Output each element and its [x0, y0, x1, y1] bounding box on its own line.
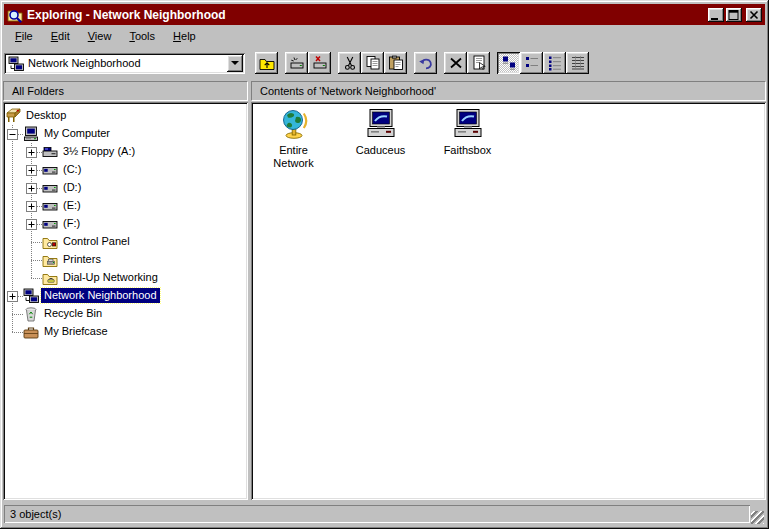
status-panel: 3 object(s): [4, 505, 750, 523]
menu-help[interactable]: Help: [164, 28, 205, 44]
briefcase-icon: [23, 324, 39, 340]
disconnect-network-drive-button[interactable]: [308, 52, 331, 74]
menu-view[interactable]: View: [79, 28, 121, 44]
toolbar-separator: [437, 52, 444, 74]
drive-icon: [42, 180, 58, 196]
tree-expander-expand-icon[interactable]: [26, 201, 37, 212]
properties-icon: [471, 55, 487, 71]
view-details-icon: [570, 55, 586, 71]
up-one-level-icon: [259, 55, 275, 71]
tree-item-network-neighborhood[interactable]: Network Neighborhood: [41, 288, 160, 303]
tree-item-control-panel[interactable]: Control Panel: [60, 234, 133, 249]
tree-connector-line: [31, 278, 42, 279]
view-large-icons-button[interactable]: [497, 52, 520, 74]
entire-network-icon: [278, 108, 310, 140]
content-pane-header-label: Contents of 'Network Neighborhood': [260, 85, 436, 97]
delete-button[interactable]: [444, 52, 467, 74]
paste-button[interactable]: [384, 52, 407, 74]
content-item-entire-network[interactable]: Entire Network: [256, 108, 331, 170]
drive-icon: [42, 216, 58, 232]
tree-pane-header-label: All Folders: [12, 85, 64, 97]
tree-expander-expand-icon[interactable]: [7, 291, 18, 302]
toolbar: Network Neighborhood: [4, 46, 765, 80]
control-panel-icon: [42, 234, 58, 250]
status-text: 3 object(s): [10, 508, 61, 520]
tree-connector-line: [31, 260, 42, 261]
tree-connector-line: [12, 332, 23, 333]
tree-item-my-computer[interactable]: My Computer: [41, 126, 113, 141]
menu-bar: FileEditViewToolsHelp: [4, 26, 765, 45]
tree-item-desktop[interactable]: Desktop: [23, 108, 69, 123]
content-item-faithsbox[interactable]: Faithsbox: [430, 108, 505, 157]
content-item-caduceus[interactable]: Caduceus: [343, 108, 418, 157]
status-bar: 3 object(s): [4, 503, 765, 525]
up-one-level-button[interactable]: [255, 52, 278, 74]
tree-item-recycle-bin[interactable]: Recycle Bin: [41, 306, 105, 321]
drive-icon: [42, 198, 58, 214]
tree-connector-line: [12, 314, 23, 315]
resize-grip-icon[interactable]: [751, 511, 764, 524]
toolbar-separator: [278, 52, 285, 74]
network-computer-icon: [452, 108, 484, 140]
tree-expander-collapse-icon[interactable]: [7, 129, 18, 140]
recycle-bin-icon: [23, 306, 39, 322]
address-value: Network Neighborhood: [28, 57, 227, 69]
titlebar[interactable]: Exploring - Network Neighborhood: [4, 4, 765, 25]
folder-tree-pane: DesktopMy Computer3½ Floppy (A:)(C:)(D:)…: [3, 102, 248, 500]
toolbar-buttons: [255, 52, 589, 74]
view-small-icons-icon: [524, 55, 540, 71]
tree-expander-expand-icon[interactable]: [26, 183, 37, 194]
address-dropdown-button[interactable]: [227, 55, 243, 72]
tree-item--c-[interactable]: (C:): [60, 162, 84, 177]
tree-item-printers[interactable]: Printers: [60, 252, 104, 267]
tree-item--f-[interactable]: (F:): [60, 216, 83, 231]
paste-icon: [388, 55, 404, 71]
tree-item-dial-up-networking[interactable]: Dial-Up Networking: [60, 270, 161, 285]
floppy-drive-icon: [42, 144, 58, 160]
desktop-icon: [5, 108, 21, 124]
window-title: Exploring - Network Neighborhood: [27, 8, 706, 22]
close-button[interactable]: [746, 8, 762, 22]
delete-icon: [448, 55, 464, 71]
properties-button[interactable]: [467, 52, 490, 74]
tree-expander-expand-icon[interactable]: [26, 147, 37, 158]
menu-tools[interactable]: Tools: [120, 28, 164, 44]
tree-item--e-[interactable]: (E:): [60, 198, 84, 213]
cut-icon: [342, 55, 358, 71]
content-pane-header: Contents of 'Network Neighborhood': [251, 81, 766, 101]
view-small-icons-button[interactable]: [520, 52, 543, 74]
undo-button[interactable]: [414, 52, 437, 74]
tree-pane-header: All Folders: [3, 81, 248, 101]
toolbar-separator: [331, 52, 338, 74]
menu-edit[interactable]: Edit: [42, 28, 79, 44]
tree-expander-expand-icon[interactable]: [26, 219, 37, 230]
explorer-window: Exploring - Network Neighborhood FileEdi…: [0, 0, 769, 529]
map-network-drive-icon: [289, 55, 305, 71]
address-combobox[interactable]: Network Neighborhood: [4, 53, 245, 74]
map-network-drive-button[interactable]: [285, 52, 308, 74]
view-details-button[interactable]: [566, 52, 589, 74]
copy-button[interactable]: [361, 52, 384, 74]
content-pane: Entire NetworkCaduceusFaithsbox: [251, 102, 766, 500]
network-neighborhood-icon: [23, 288, 39, 304]
explorer-app-icon[interactable]: [7, 7, 23, 23]
toolbar-separator: [490, 52, 497, 74]
view-list-button[interactable]: [543, 52, 566, 74]
content-item-label: Caduceus: [356, 144, 406, 157]
disconnect-network-drive-icon: [312, 55, 328, 71]
toolbar-separator: [407, 52, 414, 74]
tree-item-3-floppy-a-[interactable]: 3½ Floppy (A:): [60, 144, 138, 159]
maximize-button[interactable]: [726, 8, 742, 22]
tree-expander-expand-icon[interactable]: [26, 165, 37, 176]
content-item-label: Faithsbox: [444, 144, 492, 157]
copy-icon: [365, 55, 381, 71]
content-item-label: Entire Network: [258, 144, 330, 170]
cut-button[interactable]: [338, 52, 361, 74]
minimize-button[interactable]: [708, 8, 724, 22]
menu-file[interactable]: File: [6, 28, 42, 44]
chevron-down-icon: [231, 61, 239, 65]
tree-item-my-briefcase[interactable]: My Briefcase: [41, 324, 111, 339]
tree-item--d-[interactable]: (D:): [60, 180, 84, 195]
undo-icon: [418, 55, 434, 71]
view-large-icons-icon: [501, 55, 517, 71]
